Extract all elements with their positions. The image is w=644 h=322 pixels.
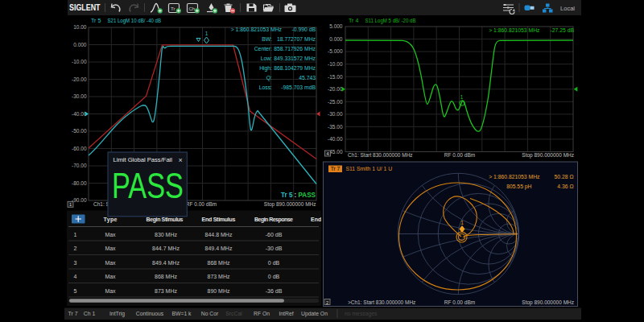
svg-text:End Stimulus: End Stimulus: [202, 217, 236, 222]
svg-text:-30.00: -30.00: [328, 111, 343, 117]
svg-text:2: 2: [326, 300, 328, 305]
svg-text:Low:: Low:: [261, 56, 272, 61]
svg-text:Loss:: Loss:: [259, 85, 272, 90]
svg-text:> 1:860.821053 MHz: > 1:860.821053 MHz: [489, 174, 540, 180]
svg-text:-70.00: -70.00: [72, 163, 87, 168]
svg-text:849.4 MHz: 849.4 MHz: [152, 260, 180, 266]
svg-text:Max: Max: [105, 232, 116, 237]
svg-text:1: 1: [205, 31, 208, 36]
svg-text:50.28 Ω: 50.28 Ω: [555, 174, 574, 180]
svg-text:5.000: 5.000: [329, 23, 343, 29]
svg-text:2: 2: [74, 246, 77, 251]
svg-text:0 dB: 0 dB: [268, 260, 280, 266]
svg-text:-10.00: -10.00: [328, 61, 343, 67]
svg-text:45.743: 45.743: [299, 75, 316, 80]
svg-text:-30 dB: -30 dB: [266, 246, 283, 251]
svg-text:1: 1: [69, 202, 72, 207]
svg-text:-35.00: -35.00: [328, 124, 343, 130]
svg-text:890 MHz: 890 MHz: [207, 288, 230, 294]
svg-text:SIGLENT: SIGLENT: [69, 2, 101, 12]
svg-text:Max: Max: [105, 288, 116, 294]
svg-text:Local: Local: [560, 5, 575, 12]
svg-text:-985.703 mdB: -985.703 mdB: [281, 85, 316, 90]
svg-text:805.55 pH: 805.55 pH: [506, 184, 531, 190]
svg-text:0.000: 0.000: [329, 36, 343, 42]
svg-text:-50.00: -50.00: [72, 128, 87, 134]
svg-text:-60.00: -60.00: [72, 146, 87, 151]
svg-text:Limit Global Pass/Fail: Limit Global Pass/Fail: [114, 157, 173, 163]
svg-text:Tr 5: Tr 5: [91, 18, 101, 23]
svg-text:no messages: no messages: [345, 311, 378, 317]
svg-text:Stop 890.000000 MHz: Stop 890.000000 MHz: [264, 201, 316, 208]
svg-text:Stop 890.000000 MHz: Stop 890.000000 MHz: [522, 152, 574, 159]
svg-text:830 MHz: 830 MHz: [155, 232, 178, 237]
svg-text:1: 1: [460, 94, 464, 100]
svg-text:-5.000: -5.000: [328, 48, 343, 54]
svg-text:Tr 4: Tr 4: [349, 18, 359, 23]
svg-text:858.717926 MHz: 858.717926 MHz: [274, 46, 316, 52]
svg-text:4.36 Ω: 4.36 Ω: [557, 184, 573, 189]
svg-text:Ch 1: Ch 1: [84, 311, 96, 316]
svg-text:Tr 7: Tr 7: [331, 166, 341, 171]
svg-text:-25.00: -25.00: [328, 99, 343, 105]
svg-text:-10.00: -10.00: [72, 59, 87, 64]
svg-text:Max: Max: [105, 274, 116, 279]
svg-text:×: ×: [179, 156, 183, 164]
svg-text:S21 LogM 10 dB/ -40 dB: S21 LogM 10 dB/ -40 dB: [108, 18, 162, 24]
svg-text:-20.00: -20.00: [328, 86, 343, 92]
svg-text:-60 dB: -60 dB: [266, 232, 283, 237]
svg-text:-40.00: -40.00: [328, 136, 343, 142]
svg-text:Tr: Tr: [171, 6, 175, 11]
svg-text:RF 0.00 dBm: RF 0.00 dBm: [444, 299, 475, 305]
svg-text:868.104279 MHz: 868.104279 MHz: [274, 65, 316, 71]
svg-text:Begin Response: Begin Response: [254, 217, 293, 223]
svg-text:-90.00: -90.00: [72, 197, 87, 203]
svg-text:BW:: BW:: [262, 36, 272, 42]
svg-text:4: 4: [74, 274, 77, 279]
svg-text:868 MHz: 868 MHz: [207, 260, 230, 266]
svg-text:-36 dB: -36 dB: [266, 288, 283, 294]
svg-text:Stop 890.000000 MHz: Stop 890.000000 MHz: [522, 299, 574, 306]
svg-text:-0.990 dB: -0.990 dB: [292, 27, 316, 32]
svg-text:Ch1: Start 830.000000 MHz: Ch1: Start 830.000000 MHz: [348, 152, 413, 158]
svg-text:S11 LogM 5 dB/ -20 dB: S11 LogM 5 dB/ -20 dB: [365, 18, 416, 24]
svg-text:10.00: 10.00: [73, 24, 87, 30]
svg-text:> 1:860.821053 MHz: > 1:860.821053 MHz: [231, 27, 283, 32]
svg-text:Tr 7: Tr 7: [68, 311, 78, 316]
svg-text:-15.00: -15.00: [328, 74, 343, 80]
svg-text:BW=1 k: BW=1 k: [172, 311, 192, 316]
svg-text:S11 Smith 1 U/ 1 U: S11 Smith 1 U/ 1 U: [346, 166, 393, 171]
svg-text:5: 5: [74, 288, 77, 294]
svg-text:4: 4: [326, 151, 328, 156]
svg-text:-20.00: -20.00: [72, 76, 87, 82]
svg-text:IntTrig: IntTrig: [109, 311, 125, 317]
svg-text:1: 1: [460, 220, 464, 225]
svg-text:-80.00: -80.00: [72, 180, 87, 186]
svg-text:844.7 MHz: 844.7 MHz: [152, 246, 180, 251]
svg-text:849.4 MHz: 849.4 MHz: [205, 246, 233, 251]
svg-text:Max: Max: [105, 260, 116, 266]
svg-text:RF 0.00 dBm: RF 0.00 dBm: [444, 152, 475, 158]
svg-text:> 1:860.821053 MHz: > 1:860.821053 MHz: [489, 27, 540, 33]
svg-text:Update On: Update On: [301, 311, 328, 317]
svg-text:Type: Type: [104, 217, 118, 223]
svg-text:0.000: 0.000: [73, 42, 87, 47]
svg-text:18.772707 MHz: 18.772707 MHz: [277, 36, 316, 42]
svg-text:0 dB: 0 dB: [268, 274, 280, 279]
svg-text:1: 1: [74, 232, 77, 237]
svg-text:Max: Max: [105, 246, 116, 251]
svg-text:-30.00: -30.00: [72, 93, 87, 99]
svg-text:868 MHz: 868 MHz: [155, 274, 178, 279]
svg-text:-27.25 dB: -27.25 dB: [551, 27, 575, 33]
svg-text:844.8 MHz: 844.8 MHz: [205, 232, 233, 237]
svg-text:Begin Stimulus: Begin Stimulus: [147, 217, 184, 223]
svg-text:RF On: RF On: [254, 311, 270, 316]
svg-text:No Cor: No Cor: [201, 311, 219, 316]
svg-text:873 MHz: 873 MHz: [155, 288, 178, 294]
svg-text:849.331572 MHz: 849.331572 MHz: [274, 56, 316, 61]
svg-text:RF 0.00 dBm: RF 0.00 dBm: [186, 201, 217, 207]
svg-text:Tr 5 : PASS: Tr 5 : PASS: [281, 190, 316, 199]
svg-text:Center:: Center:: [254, 46, 272, 52]
svg-text:>Ch1: Start 830.000000 MHz: >Ch1: Start 830.000000 MHz: [348, 299, 415, 305]
svg-text:SrcCal: SrcCal: [225, 311, 242, 316]
